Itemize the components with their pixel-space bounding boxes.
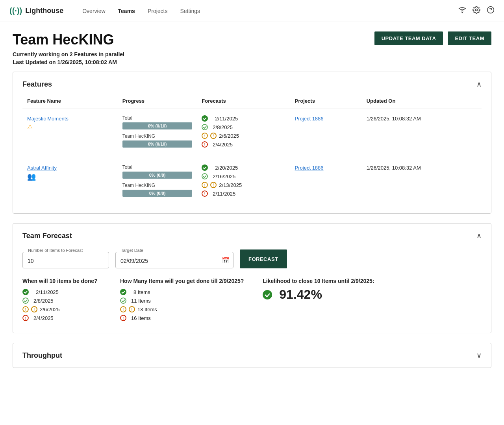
- throughput-section: Throughput ∨: [13, 343, 491, 368]
- how-many-list: ✅8 Items ◉11 Items !13 Items ⚠16 Items: [120, 289, 244, 321]
- target-date-input-group: Target Date 📅: [115, 252, 233, 268]
- throughput-title: Throughput: [22, 351, 62, 360]
- feature-link-majestic-moments[interactable]: Majestic Moments: [27, 116, 69, 122]
- when-date: 2/4/2025: [33, 315, 54, 321]
- forecast-inputs: Number of Items to Forecast Target Date …: [13, 246, 491, 278]
- nav-overview[interactable]: Overview: [82, 8, 105, 14]
- col-projects: Projects: [290, 95, 362, 109]
- svg-text:!: !: [213, 134, 214, 138]
- nav-settings[interactable]: Settings: [180, 8, 200, 14]
- updated-date-row2: 1/26/2025, 10:08:32 AM: [367, 165, 421, 171]
- nav-teams[interactable]: Teams: [118, 8, 135, 14]
- item-count: 13 Items: [137, 307, 157, 312]
- clock-icon: !: [202, 182, 217, 188]
- team-progress-bar: 0% (0/8): [122, 190, 193, 197]
- app-logo: ((·)) Lighthouse: [9, 6, 63, 15]
- total-label: Total: [122, 115, 193, 121]
- green-outline-icon: ◉: [22, 298, 31, 304]
- team-progress-text: 0% (0/10): [148, 142, 167, 146]
- list-item: ◉2/16/2025: [202, 173, 285, 179]
- clock-icon: !: [22, 306, 37, 312]
- page-header: Team HecKING Currently working on 2 Feat…: [0, 22, 504, 72]
- total-progress-bar: 0% (0/10): [122, 122, 193, 129]
- forecast-cell: ✅2/20/2025 ◉2/16/2025 !2/13/2025 ⚠2/11/2…: [197, 158, 290, 207]
- forecast-date: 2/20/2025: [215, 165, 238, 171]
- main-content: Features ∧ Feature Name Progress Forecas…: [0, 72, 504, 390]
- svg-text:!: !: [213, 183, 214, 187]
- when-done-column: When will 10 items be done? ✅2/11/2025 ◉…: [22, 278, 101, 323]
- list-item: ◉2/8/2025: [22, 298, 101, 304]
- forecast-date: 2/4/2025: [213, 142, 233, 148]
- target-date-label: Target Date: [119, 248, 145, 253]
- forecast-date: 2/16/2025: [213, 174, 235, 179]
- when-date: 2/11/2025: [36, 289, 59, 295]
- forecast-list: ✅2/20/2025 ◉2/16/2025 !2/13/2025 ⚠2/11/2…: [202, 164, 285, 197]
- forecast-date: 2/8/2025: [213, 124, 233, 130]
- list-item: ⚠2/11/2025: [202, 190, 285, 197]
- team-forecast-collapse-button[interactable]: ∧: [476, 231, 482, 240]
- page-title: Team HecKING: [13, 31, 124, 48]
- navbar: ((·)) Lighthouse Overview Teams Projects…: [0, 0, 504, 22]
- green-outline-icon: ◉: [120, 298, 129, 304]
- updated-date-row1: 1/26/2025, 10:08:32 AM: [367, 116, 421, 122]
- forecast-date: 2/11/2025: [215, 116, 238, 122]
- list-item: ✅2/20/2025: [202, 164, 285, 171]
- feature-link-astral-affinity[interactable]: Astral Affinity: [27, 165, 57, 171]
- green-check-icon: ✅: [202, 115, 213, 122]
- team-label: Team HecKING: [122, 133, 193, 139]
- how-many-title: How Many Items will you get done till 2/…: [120, 278, 244, 284]
- nav-icons: [458, 6, 495, 16]
- list-item: ◉2/8/2025: [202, 124, 285, 130]
- exclamation-icon: ⚠: [202, 141, 210, 148]
- signal-icon[interactable]: [458, 6, 466, 16]
- table-row: Astral Affinity 👥 Total 0% (0/8) Team He…: [22, 158, 482, 207]
- likelihood-percentage: 91.42%: [279, 287, 322, 302]
- target-date-input[interactable]: [115, 252, 233, 268]
- project-link-1886-row1[interactable]: Project 1886: [295, 116, 324, 122]
- help-icon[interactable]: [487, 6, 495, 16]
- likelihood-column: Likelihood to close 10 Items until 2/9/2…: [263, 278, 374, 302]
- green-check-icon: ✅: [202, 164, 213, 171]
- list-item: ⚠16 Items: [120, 315, 244, 321]
- list-item: ⚠2/4/2025: [22, 315, 101, 321]
- gear-icon[interactable]: [472, 6, 480, 16]
- team-forecast-title: Team Forecast: [22, 232, 72, 240]
- forecast-date: 2/11/2025: [213, 191, 235, 197]
- clock-icon: !: [202, 133, 217, 139]
- update-team-data-button[interactable]: UPDATE TEAM DATA: [374, 31, 443, 45]
- parallel-features-subtitle: Currently working on 2 Features in paral…: [13, 51, 124, 57]
- items-to-forecast-input[interactable]: [22, 252, 109, 268]
- list-item: !2/6/2025: [22, 306, 101, 312]
- features-section-title: Features: [22, 80, 52, 89]
- edit-team-button[interactable]: EDIT TEAM: [448, 31, 491, 45]
- how-many-column: How Many Items will you get done till 2/…: [120, 278, 244, 323]
- team-label: Team HecKING: [122, 183, 193, 188]
- nav-projects[interactable]: Projects: [148, 8, 168, 14]
- item-count: 16 Items: [131, 315, 151, 321]
- green-check-icon: ✅: [22, 289, 33, 295]
- when-date: 2/6/2025: [40, 307, 60, 312]
- throughput-collapse-button[interactable]: ∨: [476, 351, 482, 360]
- list-item: ⚠2/4/2025: [202, 141, 285, 148]
- calendar-icon[interactable]: 📅: [222, 257, 230, 264]
- forecast-button[interactable]: FORECAST: [240, 249, 287, 268]
- likelihood-value: ✅ 91.42%: [263, 287, 374, 302]
- project-link-1886-row2[interactable]: Project 1886: [295, 165, 324, 171]
- item-count: 11 Items: [131, 298, 151, 304]
- features-collapse-button[interactable]: ∧: [476, 80, 482, 89]
- logo-icon: ((·)): [9, 6, 22, 15]
- features-table-wrap: Feature Name Progress Forecasts Projects…: [13, 95, 491, 213]
- page-title-block: Team HecKING Currently working on 2 Feat…: [13, 31, 124, 65]
- exclamation-icon: ⚠: [22, 315, 31, 321]
- team-forecast-section: Team Forecast ∧ Number of Items to Forec…: [13, 223, 491, 333]
- feature-progress-cell: Total 0% (0/10) Team HecKING 0% (0/10): [118, 109, 197, 158]
- team-forecast-header: Team Forecast ∧: [13, 224, 491, 246]
- list-item: ✅2/11/2025: [202, 115, 285, 122]
- total-progress-text: 0% (0/8): [149, 173, 166, 177]
- feature-name-cell: Astral Affinity 👥: [22, 158, 118, 207]
- item-count: 8 Items: [133, 289, 150, 295]
- exclamation-icon: ⚠: [202, 190, 210, 197]
- green-outline-icon: ◉: [202, 124, 210, 130]
- svg-point-1: [476, 9, 478, 11]
- likelihood-green-icon: ✅: [263, 290, 276, 299]
